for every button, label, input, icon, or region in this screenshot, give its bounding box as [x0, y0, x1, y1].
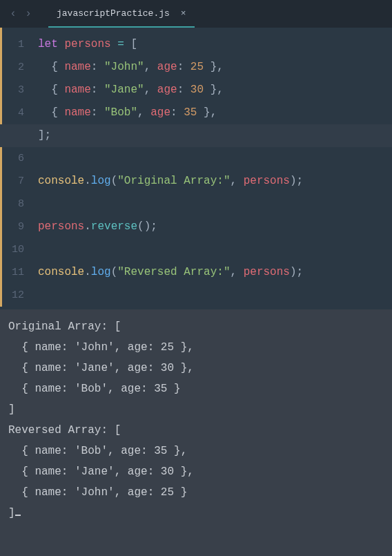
nav-arrows: ‹ ›	[4, 8, 37, 20]
line-number: 1	[2, 33, 34, 56]
line-number: 12	[2, 284, 34, 307]
code-line: persons.reverse();	[38, 215, 392, 238]
code-line: { name: "John", age: 25 },	[38, 56, 392, 79]
line-number: 10	[2, 238, 34, 261]
output-panel[interactable]: Original Array: [ { name: 'John', age: 2…	[0, 309, 392, 556]
code-area[interactable]: let persons = [ { name: "John", age: 25 …	[34, 28, 392, 307]
output-line: Reversed Array: [	[8, 420, 384, 441]
output-line: { name: 'Bob', age: 35 },	[8, 441, 384, 461]
output-line: ]	[8, 503, 384, 524]
code-line	[38, 193, 392, 215]
code-line-current: ];	[0, 124, 392, 147]
nav-forward-icon[interactable]: ›	[22, 8, 35, 20]
tab-bar: ‹ › javascriptPractice.js ×	[0, 0, 392, 28]
cursor-icon	[15, 515, 21, 516]
gutter: 1 2 3 4 5 6 7 8 9 10 11 12	[2, 28, 34, 307]
code-line: let persons = [	[38, 33, 392, 56]
output-line: { name: 'John', age: 25 }	[8, 482, 384, 503]
code-line	[38, 284, 392, 307]
line-number: 3	[2, 79, 34, 102]
code-line	[38, 238, 392, 261]
code-line	[38, 147, 392, 170]
output-line: ]	[8, 399, 384, 420]
line-number: 7	[2, 170, 34, 193]
code-line: console.log("Original Array:", persons);	[38, 170, 392, 193]
code-line: console.log("Reversed Array:", persons);	[38, 261, 392, 284]
line-number: 2	[2, 56, 34, 79]
tab-filename: javascriptPractice.js	[57, 8, 170, 19]
line-number: 4	[2, 102, 34, 124]
line-number: 8	[2, 193, 34, 215]
line-number: 9	[2, 215, 34, 238]
output-line: Original Array: [	[8, 316, 384, 337]
output-line: { name: 'John', age: 25 },	[8, 337, 384, 358]
line-number: 6	[2, 147, 34, 170]
output-line: { name: 'Bob', age: 35 }	[8, 378, 384, 399]
nav-back-icon[interactable]: ‹	[7, 8, 19, 20]
tab-close-icon[interactable]: ×	[181, 8, 186, 19]
line-number: 11	[2, 261, 34, 284]
editor[interactable]: 1 2 3 4 5 6 7 8 9 10 11 12 let persons =…	[0, 28, 392, 307]
output-line: { name: 'Jane', age: 30 },	[8, 358, 384, 378]
code-line: { name: "Jane", age: 30 },	[38, 79, 392, 102]
output-line: { name: 'Jane', age: 30 },	[8, 461, 384, 482]
tab-active[interactable]: javascriptPractice.js ×	[48, 0, 195, 28]
code-line: { name: "Bob", age: 35 },	[38, 102, 392, 124]
